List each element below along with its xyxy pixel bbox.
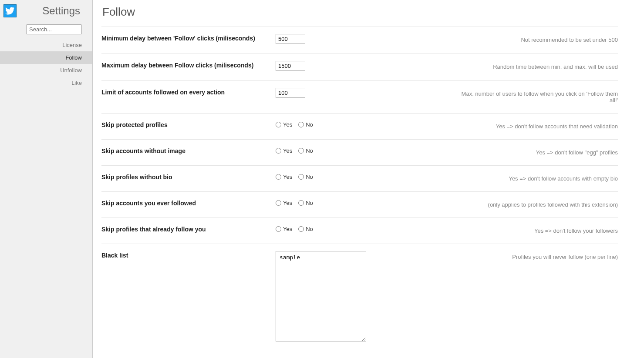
radio-skip-followers-no[interactable]: No — [298, 226, 313, 232]
row-skip-followers: Skip profiles that already follow you Ye… — [101, 217, 618, 244]
radio-skip-no-image-yes[interactable]: Yes — [276, 147, 292, 154]
label-skip-protected: Skip protected profiles — [101, 120, 276, 128]
label-blacklist: Black list — [101, 250, 276, 259]
search-input[interactable] — [26, 24, 82, 34]
label-min-delay: Minimum delay between 'Follow' clicks (m… — [101, 33, 276, 42]
input-max-delay[interactable] — [276, 61, 305, 71]
row-skip-no-bio: Skip profiles without bio Yes No Yes => … — [101, 165, 618, 191]
sidebar-nav: License Follow Unfollow Like — [0, 39, 92, 89]
input-limit[interactable] — [276, 88, 305, 98]
radio-skip-followers-yes[interactable]: Yes — [276, 226, 292, 232]
row-limit: Limit of accounts followed on every acti… — [101, 80, 618, 113]
label-limit: Limit of accounts followed on every acti… — [101, 87, 276, 96]
help-limit: Max. number of users to follow when you … — [459, 87, 618, 104]
main-content: Follow Minimum delay between 'Follow' cl… — [93, 0, 644, 358]
help-skip-protected: Yes => don't follow accounts that need v… — [459, 120, 618, 130]
help-max-delay: Random time between min. and max. will b… — [459, 60, 618, 70]
sidebar-header: Settings — [0, 3, 92, 22]
sidebar: Settings License Follow Unfollow Like — [0, 0, 93, 358]
help-blacklist: Profiles you will never follow (one per … — [459, 250, 618, 260]
label-skip-no-bio: Skip profiles without bio — [101, 172, 276, 181]
label-skip-no-image: Skip accounts without image — [101, 146, 276, 154]
nav-item-license[interactable]: License — [0, 39, 92, 51]
textarea-blacklist[interactable] — [276, 251, 366, 341]
radio-skip-no-bio-no[interactable]: No — [298, 174, 313, 180]
input-min-delay[interactable] — [276, 34, 305, 44]
nav-item-unfollow[interactable]: Unfollow — [0, 64, 92, 77]
label-skip-ever-followed: Skip accounts you ever followed — [101, 198, 276, 207]
help-skip-no-image: Yes => don't follow "egg" profiles — [459, 146, 618, 156]
nav-item-like[interactable]: Like — [0, 77, 92, 89]
radio-skip-no-image-no[interactable]: No — [298, 147, 313, 154]
radio-skip-ever-followed-yes[interactable]: Yes — [276, 200, 292, 206]
settings-title: Settings — [17, 5, 89, 17]
help-skip-no-bio: Yes => don't follow accounts with empty … — [459, 172, 618, 182]
row-min-delay: Minimum delay between 'Follow' clicks (m… — [101, 27, 618, 54]
help-skip-followers: Yes => don't follow your followers — [459, 224, 618, 234]
label-max-delay: Maximum delay between Follow clicks (mil… — [101, 60, 276, 69]
twitter-icon — [3, 4, 17, 17]
radio-skip-protected-no[interactable]: No — [298, 121, 313, 128]
row-skip-protected: Skip protected profiles Yes No Yes => do… — [101, 113, 618, 139]
row-blacklist: Black list Profiles you will never follo… — [101, 244, 618, 351]
row-skip-no-image: Skip accounts without image Yes No Yes =… — [101, 139, 618, 165]
page-title: Follow — [101, 5, 618, 19]
nav-item-follow[interactable]: Follow — [0, 51, 92, 64]
radio-skip-ever-followed-no[interactable]: No — [298, 200, 313, 206]
row-skip-ever-followed: Skip accounts you ever followed Yes No (… — [101, 191, 618, 217]
radio-skip-protected-yes[interactable]: Yes — [276, 121, 292, 128]
label-skip-followers: Skip profiles that already follow you — [101, 224, 276, 233]
help-min-delay: Not recommended to be set under 500 — [459, 33, 618, 43]
radio-skip-no-bio-yes[interactable]: Yes — [276, 174, 292, 180]
help-skip-ever-followed: (only applies to profiles followed with … — [459, 198, 618, 208]
row-max-delay: Maximum delay between Follow clicks (mil… — [101, 54, 618, 80]
